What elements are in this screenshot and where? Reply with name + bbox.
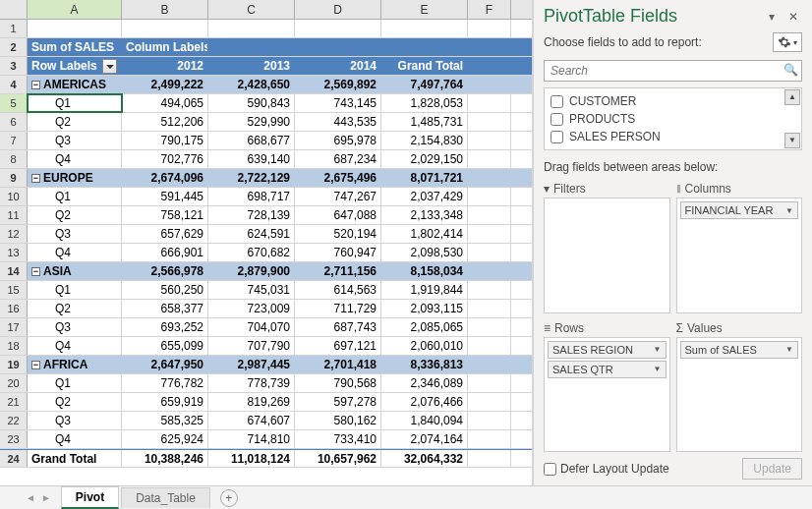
cell[interactable]: 2,098,530 (381, 244, 468, 261)
cell[interactable]: Q2 (28, 300, 122, 317)
cell[interactable]: 697,121 (295, 337, 381, 355)
cell[interactable] (468, 225, 511, 243)
cell[interactable]: 647,088 (295, 206, 381, 224)
cell[interactable]: 2,154,830 (381, 132, 468, 149)
cell[interactable]: 512,206 (122, 113, 208, 131)
cell[interactable]: 704,070 (208, 318, 295, 336)
cell[interactable]: 8,336,813 (381, 356, 468, 373)
row-header[interactable]: 1 (0, 20, 28, 37)
cell[interactable]: Q3 (28, 318, 122, 336)
cell[interactable] (468, 20, 511, 37)
cell[interactable] (468, 356, 511, 373)
cell[interactable] (468, 150, 511, 168)
cell[interactable] (28, 20, 122, 37)
tab-nav-next[interactable]: ► (39, 492, 53, 503)
col-header-B[interactable]: B (122, 0, 208, 19)
row-header[interactable]: 21 (0, 393, 28, 411)
cell[interactable]: 819,269 (208, 393, 295, 411)
cell[interactable]: Q3 (28, 132, 122, 149)
cell[interactable]: Q4 (28, 337, 122, 355)
cell[interactable]: Column Labels (122, 38, 208, 56)
filters-dropzone[interactable] (544, 198, 670, 313)
row-header[interactable]: 16 (0, 300, 28, 317)
cell[interactable] (468, 132, 511, 149)
cell[interactable]: Q4 (28, 150, 122, 168)
cell[interactable]: 2,029,150 (381, 150, 468, 168)
cell[interactable] (295, 38, 381, 56)
tab-data-table[interactable]: Data_Table (121, 487, 210, 508)
cell[interactable] (468, 169, 511, 187)
cell[interactable]: −EUROPE (28, 169, 122, 187)
row-header[interactable]: 12 (0, 225, 28, 243)
checkbox[interactable] (551, 95, 563, 108)
cell[interactable]: 520,194 (295, 225, 381, 243)
scroll-down-button[interactable]: ▼ (784, 133, 800, 148)
cell[interactable] (468, 262, 511, 280)
cell[interactable] (208, 20, 295, 37)
cell[interactable]: 687,743 (295, 318, 381, 336)
update-button[interactable]: Update (742, 458, 802, 480)
columns-dropzone[interactable]: FINANCIAL YEAR▼ (676, 198, 803, 313)
cell[interactable]: 2,076,466 (381, 393, 468, 411)
cell[interactable]: 639,140 (208, 150, 295, 168)
cell[interactable]: 2,346,089 (381, 374, 468, 392)
cell[interactable]: 2,428,650 (208, 76, 295, 93)
cell[interactable]: 666,901 (122, 244, 208, 261)
cell[interactable]: 2,711,156 (295, 262, 381, 280)
cell[interactable]: 2,569,892 (295, 76, 381, 93)
cell[interactable]: 668,677 (208, 132, 295, 149)
add-sheet-button[interactable]: + (220, 489, 238, 507)
cell[interactable] (468, 188, 511, 205)
row-header[interactable]: 11 (0, 206, 28, 224)
cell[interactable] (468, 57, 511, 75)
cell[interactable]: Q1 (28, 374, 122, 392)
cell[interactable]: 2,037,429 (381, 188, 468, 205)
row-header[interactable]: 6 (0, 113, 28, 131)
cell[interactable] (468, 300, 511, 317)
cell[interactable]: 2,085,065 (381, 318, 468, 336)
col-header-F[interactable]: F (468, 0, 511, 19)
row-header[interactable]: 8 (0, 150, 28, 168)
scroll-up-button[interactable]: ▲ (784, 89, 800, 105)
cell[interactable]: Q1 (28, 281, 122, 299)
cell[interactable]: 674,607 (208, 412, 295, 429)
cell[interactable]: 1,919,844 (381, 281, 468, 299)
cell[interactable]: 590,843 (208, 94, 295, 112)
checkbox[interactable] (551, 113, 563, 126)
row-header[interactable]: 23 (0, 430, 28, 448)
cell[interactable]: 723,009 (208, 300, 295, 317)
cell[interactable]: 711,729 (295, 300, 381, 317)
cell[interactable]: 743,145 (295, 94, 381, 112)
cell[interactable]: 658,377 (122, 300, 208, 317)
cell[interactable]: Q4 (28, 430, 122, 448)
cell[interactable]: 790,568 (295, 374, 381, 392)
cell[interactable]: 2,060,010 (381, 337, 468, 355)
gear-button[interactable]: ▾ (773, 32, 802, 52)
cell[interactable]: 32,064,332 (381, 450, 468, 467)
cell[interactable]: Grand Total (28, 450, 122, 467)
cell[interactable]: 2,133,348 (381, 206, 468, 224)
field-item[interactable]: CUSTOMER (547, 92, 799, 110)
cell[interactable]: 714,810 (208, 430, 295, 448)
row-header[interactable]: 15 (0, 281, 28, 299)
caret-down-icon[interactable]: ▾ (765, 10, 779, 24)
cell[interactable]: 11,018,124 (208, 450, 295, 467)
collapse-icon[interactable]: − (31, 174, 40, 183)
row-header[interactable]: 24 (0, 450, 28, 467)
search-input[interactable] (544, 60, 802, 82)
col-header-D[interactable]: D (295, 0, 381, 19)
cell[interactable]: 2,566,978 (122, 262, 208, 280)
cell[interactable]: Q2 (28, 206, 122, 224)
cell[interactable]: 2013 (208, 57, 295, 75)
cell[interactable]: 670,682 (208, 244, 295, 261)
cell[interactable]: 624,591 (208, 225, 295, 243)
row-header[interactable]: 22 (0, 412, 28, 429)
cell[interactable] (468, 113, 511, 131)
cell[interactable]: 698,717 (208, 188, 295, 205)
cell[interactable] (468, 374, 511, 392)
col-header-E[interactable]: E (381, 0, 468, 19)
cell[interactable]: 2,074,164 (381, 430, 468, 448)
select-all-corner[interactable] (0, 0, 28, 19)
tab-pivot[interactable]: Pivot (61, 486, 119, 509)
row-header[interactable]: 3 (0, 57, 28, 75)
